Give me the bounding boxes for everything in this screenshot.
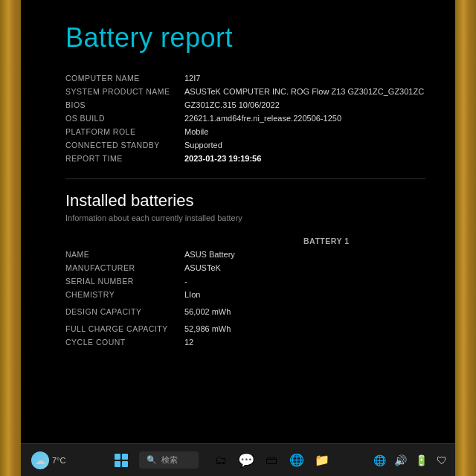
taskbar-left: ☁ 7°C bbox=[25, 450, 71, 471]
info-value: 2023-01-23 19:19:56 bbox=[184, 152, 425, 165]
battery-row-value: ASUSTeK bbox=[184, 261, 425, 274]
taskbar-icon-files[interactable]: 📁 bbox=[312, 450, 332, 471]
win-tile-2 bbox=[122, 454, 128, 460]
info-label: BIOS bbox=[65, 98, 184, 112]
info-label: REPORT TIME bbox=[65, 152, 184, 165]
battery-row: MANUFACTURERASUSTeK bbox=[65, 261, 425, 274]
info-value: ASUSTeK COMPUTER INC. ROG Flow Z13 GZ301… bbox=[184, 85, 425, 98]
side-panel-left bbox=[0, 0, 21, 476]
search-icon: 🔍 bbox=[147, 455, 157, 465]
battery-row: SERIAL NUMBER- bbox=[65, 274, 425, 288]
weather-temp: 7°C bbox=[52, 456, 65, 465]
battery-col-header: BATTERY 1 bbox=[184, 234, 425, 248]
network-icon[interactable]: 🌐 bbox=[370, 451, 388, 469]
screen: Battery report COMPUTER NAME12I7SYSTEM P… bbox=[21, 0, 455, 476]
battery-row-value: ASUS Battery bbox=[184, 248, 425, 261]
sys-tray: 🌐 🔊 🔋 🛡 bbox=[370, 451, 451, 469]
battery-row: NAMEASUS Battery bbox=[65, 248, 425, 261]
search-bar[interactable]: 🔍 検索 bbox=[139, 451, 199, 469]
volume-icon[interactable]: 🔊 bbox=[391, 451, 409, 469]
taskbar-center: 🔍 検索 🗂 💬 🗃 🌐 📁 bbox=[71, 448, 370, 472]
battery-col-label bbox=[65, 234, 184, 248]
info-value: 22621.1.amd64fre.ni_release.220506-1250 bbox=[184, 112, 425, 125]
battery-info-table: BATTERY 1 NAMEASUS BatteryMANUFACTURERAS… bbox=[65, 234, 425, 349]
battery-row-value: LIon bbox=[184, 288, 425, 301]
info-label: SYSTEM PRODUCT NAME bbox=[65, 85, 184, 98]
info-label: PLATFORM ROLE bbox=[65, 125, 184, 138]
info-label: COMPUTER NAME bbox=[65, 71, 184, 85]
battery-row-value: 12 bbox=[184, 335, 425, 349]
info-row: COMPUTER NAME12I7 bbox=[65, 71, 425, 85]
battery-row-value: 52,986 mWh bbox=[184, 318, 425, 335]
info-row: PLATFORM ROLEMobile bbox=[65, 125, 425, 138]
battery-row-label: MANUFACTURER bbox=[65, 261, 184, 274]
taskbar-right: 🌐 🔊 🔋 🛡 bbox=[370, 451, 451, 469]
info-row: REPORT TIME2023-01-23 19:19:56 bbox=[65, 152, 425, 165]
info-value: Mobile bbox=[184, 125, 425, 138]
system-info-table: COMPUTER NAME12I7SYSTEM PRODUCT NAMEASUS… bbox=[65, 71, 425, 165]
battery-row: CHEMISTRYLIon bbox=[65, 288, 425, 301]
start-button[interactable] bbox=[109, 448, 133, 472]
info-label: OS BUILD bbox=[65, 112, 184, 125]
info-label: CONNECTED STANDBY bbox=[65, 138, 184, 152]
info-value: GZ301ZC.315 10/06/2022 bbox=[184, 98, 425, 112]
batteries-section-subtitle: Information about each currently install… bbox=[65, 213, 425, 222]
info-row: CONNECTED STANDBYSupported bbox=[65, 138, 425, 152]
battery-row: FULL CHARGE CAPACITY52,986 mWh bbox=[65, 318, 425, 335]
antivirus-icon[interactable]: 🛡 bbox=[433, 451, 451, 469]
battery-row-value: - bbox=[184, 274, 425, 288]
taskbar-icon-teams[interactable]: 💬 bbox=[236, 450, 257, 471]
taskbar-icon-explorer[interactable]: 🗂 bbox=[210, 450, 231, 471]
info-row: SYSTEM PRODUCT NAMEASUSTeK COMPUTER INC.… bbox=[65, 85, 425, 98]
battery-row-label: CHEMISTRY bbox=[65, 288, 184, 301]
taskbar-icons: 🗂 💬 🗃 🌐 📁 bbox=[210, 450, 332, 471]
batteries-section-title: Installed batteries bbox=[65, 191, 425, 210]
battery-row-label: CYCLE COUNT bbox=[65, 335, 184, 349]
battery-row-value: 56,002 mWh bbox=[184, 301, 425, 318]
battery-row: DESIGN CAPACITY56,002 mWh bbox=[65, 301, 425, 318]
info-value: 12I7 bbox=[184, 71, 425, 85]
battery-row: CYCLE COUNT12 bbox=[65, 335, 425, 349]
taskbar-icon-edge[interactable]: 🌐 bbox=[286, 450, 307, 471]
report-title: Battery report bbox=[65, 22, 425, 54]
battery-row-label: FULL CHARGE CAPACITY bbox=[65, 318, 184, 335]
side-panel-right bbox=[455, 0, 476, 476]
search-placeholder: 検索 bbox=[161, 454, 178, 466]
weather-icon: ☁ bbox=[31, 451, 49, 469]
battery-row-label: DESIGN CAPACITY bbox=[65, 301, 184, 318]
win-tile-1 bbox=[115, 454, 120, 460]
windows-logo bbox=[115, 454, 128, 467]
win-tile-4 bbox=[122, 461, 128, 467]
info-row: BIOSGZ301ZC.315 10/06/2022 bbox=[65, 98, 425, 112]
taskbar: ☁ 7°C 🔍 検索 🗂 💬 🗃 🌐 bbox=[21, 443, 455, 476]
report-content: Battery report COMPUTER NAME12I7SYSTEM P… bbox=[21, 0, 455, 356]
info-row: OS BUILD22621.1.amd64fre.ni_release.2205… bbox=[65, 112, 425, 125]
weather-widget[interactable]: ☁ 7°C bbox=[25, 450, 71, 471]
battery-row-label: NAME bbox=[65, 248, 184, 261]
battery-row-label: SERIAL NUMBER bbox=[65, 274, 184, 288]
info-value: Supported bbox=[184, 138, 425, 152]
battery-icon[interactable]: 🔋 bbox=[412, 451, 430, 469]
taskbar-icon-store[interactable]: 🗃 bbox=[261, 450, 282, 471]
section-divider bbox=[65, 178, 425, 179]
win-tile-3 bbox=[115, 461, 120, 467]
